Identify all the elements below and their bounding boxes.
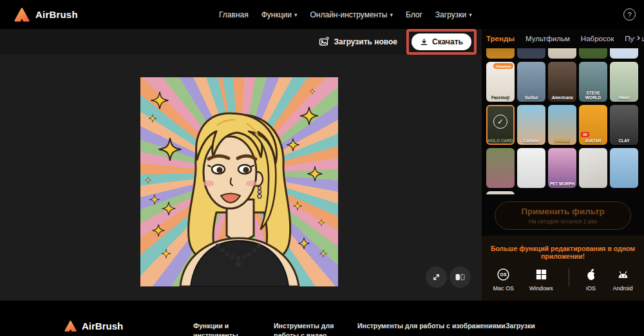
filter-thumb-holo-card-selected[interactable]: ✓ HOLO CARD bbox=[486, 105, 515, 145]
promo-title: Больше функций редактирования в одном пр… bbox=[482, 245, 644, 260]
download-icon bbox=[420, 38, 428, 46]
filter-thumb[interactable] bbox=[486, 191, 515, 194]
filter-thumb[interactable] bbox=[548, 48, 576, 59]
brand-name: AirBrush bbox=[35, 9, 78, 20]
tab-trends[interactable]: Тренды bbox=[486, 35, 515, 42]
filter-thumb-anime[interactable]: АНИМЕ bbox=[548, 105, 576, 145]
platform-links: OS Mac OS Windows bbox=[482, 267, 644, 292]
chevron-down-icon: ▾ bbox=[390, 12, 393, 18]
page-footer: AirBrush Функции и инструменты Инструмен… bbox=[0, 301, 644, 336]
editor-canvas-area: Загрузить новое Скачать bbox=[0, 29, 482, 301]
nav-item-home[interactable]: Главная bbox=[219, 10, 249, 19]
tabs-scroll-right-icon[interactable]: › bbox=[635, 32, 642, 42]
upload-new-button[interactable]: Загрузить новое bbox=[319, 37, 397, 47]
download-highlight-box: Скачать bbox=[406, 29, 477, 55]
footer-col-image-tools[interactable]: Инструменты для работы с изображениями bbox=[357, 321, 518, 331]
platform-windows[interactable]: Windows bbox=[529, 267, 553, 292]
nav-item-online-tools[interactable]: Онлайн-инструменты▾ bbox=[310, 10, 393, 19]
filter-thumb-cartoon[interactable]: Cartoon bbox=[517, 105, 545, 145]
airbrush-logo-icon bbox=[14, 7, 30, 23]
filter-thumb-sketch[interactable] bbox=[517, 148, 545, 188]
footer-col-downloads[interactable]: Загрузки bbox=[506, 321, 557, 331]
filter-thumb[interactable] bbox=[517, 48, 545, 59]
main-menu: Главная Функции▾ Онлайн-инструменты▾ Бло… bbox=[219, 0, 472, 29]
new-badge: Новинка bbox=[493, 63, 513, 69]
top-navigation: AirBrush Главная Функции▾ Онлайн-инструм… bbox=[0, 0, 644, 29]
filter-thumb-eiffel[interactable] bbox=[610, 148, 638, 188]
chevron-down-icon: ▾ bbox=[294, 12, 298, 18]
expand-fullscreen-button[interactable] bbox=[426, 266, 447, 288]
windows-icon bbox=[535, 267, 547, 281]
apple-icon bbox=[585, 267, 598, 281]
brand-logo[interactable]: AirBrush bbox=[14, 7, 78, 23]
chevron-down-icon: ▾ bbox=[469, 12, 472, 18]
filter-thumb-clay[interactable]: CLAY bbox=[610, 105, 638, 145]
help-icon[interactable]: ? bbox=[623, 8, 636, 21]
nav-item-downloads[interactable]: Загрузки▾ bbox=[435, 10, 472, 19]
compare-before-after-button[interactable] bbox=[450, 266, 471, 288]
filter-thumb[interactable] bbox=[486, 148, 515, 188]
platform-macos[interactable]: OS Mac OS bbox=[493, 267, 514, 292]
filter-thumb[interactable] bbox=[610, 48, 638, 59]
filter-thumb-suisul[interactable]: SuiSul bbox=[517, 62, 545, 102]
main-area: Загрузить новое Скачать bbox=[0, 29, 644, 301]
app-promo-section: Больше функций редактирования в одном пр… bbox=[482, 236, 644, 301]
nav-item-features[interactable]: Функции▾ bbox=[261, 10, 298, 19]
android-icon bbox=[616, 267, 630, 281]
filter-thumb-steve-world[interactable]: STEVE WORLD bbox=[579, 62, 607, 102]
footer-col-video-tools[interactable]: Инструменты для работы с видео bbox=[274, 321, 346, 336]
filters-sidebar: Тренды Мультфильм Набросок Путешестви › … bbox=[482, 29, 644, 301]
filter-thumb[interactable] bbox=[486, 48, 515, 59]
uses-remaining-text: На сегодня остался 1 раз bbox=[495, 218, 630, 225]
nav-item-blog[interactable]: Блог bbox=[406, 10, 422, 19]
filter-thumb-americana[interactable]: Americana bbox=[548, 62, 576, 102]
download-button[interactable]: Скачать bbox=[412, 33, 471, 50]
filter-thumb-blank[interactable] bbox=[579, 148, 607, 188]
filter-thumb-facemoji[interactable]: Новинка Facemoji bbox=[486, 62, 515, 102]
tab-sketch[interactable]: Набросок bbox=[581, 35, 614, 42]
platform-divider bbox=[569, 268, 569, 286]
apply-filter-button[interactable]: Применить фильтр На сегодня остался 1 ра… bbox=[495, 201, 631, 230]
editor-toolbar: Загрузить новое Скачать bbox=[0, 29, 482, 55]
compare-icon bbox=[455, 272, 466, 282]
filter-thumb-avatar[interactable]: 3D AVATAR bbox=[579, 105, 607, 145]
edited-portrait-image bbox=[140, 77, 338, 286]
platform-ios[interactable]: iOS bbox=[585, 267, 598, 292]
svg-text:OS: OS bbox=[500, 272, 507, 277]
expand-icon bbox=[431, 272, 441, 282]
macos-icon: OS bbox=[497, 267, 510, 281]
3d-badge: 3D bbox=[581, 132, 589, 137]
filter-grid: Новинка Facemoji SuiSul Americana STEVE … bbox=[482, 48, 644, 194]
tab-cartoon[interactable]: Мультфильм bbox=[526, 35, 570, 42]
footer-col-features-tools[interactable]: Функции и инструменты bbox=[193, 321, 261, 336]
filter-thumb-hikari[interactable]: Hikari bbox=[610, 62, 638, 102]
platform-android[interactable]: Android bbox=[613, 267, 633, 292]
filter-category-tabs: Тренды Мультфильм Набросок Путешестви › bbox=[482, 29, 644, 48]
airbrush-app: AirBrush Главная Функции▾ Онлайн-инструм… bbox=[0, 0, 644, 336]
filter-thumb-pet-morph[interactable]: PET MORPH bbox=[548, 148, 576, 188]
airbrush-logo-icon bbox=[64, 320, 77, 332]
check-icon: ✓ bbox=[493, 115, 507, 129]
filter-thumb[interactable] bbox=[579, 48, 607, 59]
footer-brand-logo[interactable]: AirBrush bbox=[64, 320, 123, 332]
upload-image-icon bbox=[319, 37, 329, 47]
